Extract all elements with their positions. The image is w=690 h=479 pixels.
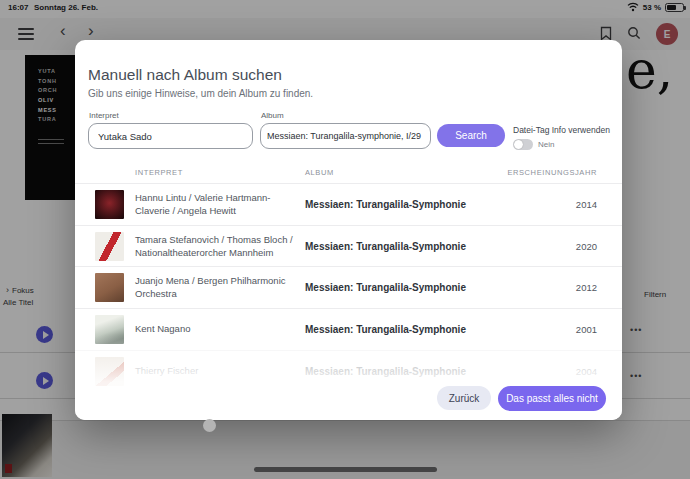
- back-button-modal[interactable]: Zurück: [437, 386, 491, 410]
- album-field-label: Album: [261, 111, 284, 120]
- header-interpret: INTERPRET: [135, 168, 183, 177]
- result-year: 2012: [576, 267, 597, 308]
- album-result-row[interactable]: Kent Nagano Messiaen: Turangalila-Sympho…: [75, 308, 622, 350]
- album-result-row[interactable]: Juanjo Mena / Bergen Philharmonic Orches…: [75, 266, 622, 308]
- result-year: 2014: [576, 184, 597, 225]
- results-table-header: INTERPRET ALBUM ERSCHEINUNGSJAHR: [75, 168, 622, 183]
- header-year: ERSCHEINUNGSJAHR: [507, 168, 597, 177]
- result-album: Messiaen: Turangalila-Symphonie: [305, 184, 505, 225]
- result-interpret: Juanjo Mena / Bergen Philharmonic Orches…: [135, 267, 303, 308]
- pointer-dot: [203, 419, 216, 432]
- result-year: 2001: [576, 309, 597, 350]
- album-art: [95, 232, 124, 261]
- header-album: ALBUM: [305, 168, 334, 177]
- result-year: 2020: [576, 226, 597, 267]
- album-art: [95, 315, 124, 344]
- search-button[interactable]: Search: [437, 124, 505, 147]
- result-interpret: Tamara Stefanovich / Thomas Bloch / Nati…: [135, 226, 303, 267]
- album-art: [95, 357, 124, 386]
- dialog-title: Manuell nach Album suchen: [88, 66, 282, 84]
- file-tag-toggle[interactable]: [513, 139, 533, 150]
- album-search-dialog: Manuell nach Album suchen Gib uns einige…: [75, 40, 622, 420]
- result-album: Messiaen: Turangalila-Symphonie: [305, 309, 505, 350]
- dialog-subtitle: Gib uns einige Hinweise, um dein Album z…: [88, 88, 313, 99]
- screen: 16:07 Sonntag 26. Feb. 53 % ‹ › E Y: [0, 0, 690, 479]
- result-interpret: Hannu Lintu / Valerie Hartmann-Claverie …: [135, 184, 303, 225]
- interpret-field-label: Interpret: [89, 111, 119, 120]
- file-tag-label: Datei-Tag Info verwenden: [513, 125, 622, 135]
- none-match-button[interactable]: Das passt alles nicht: [498, 386, 606, 411]
- result-interpret: Kent Nagano: [135, 309, 303, 350]
- album-input[interactable]: [260, 123, 431, 149]
- result-album: Messiaen: Turangalila-Symphonie: [305, 267, 505, 308]
- result-album: Messiaen: Turangalila-Symphonie: [305, 226, 505, 267]
- album-art: [95, 273, 124, 302]
- album-art: [95, 190, 124, 219]
- result-interpret: Thierry Fischer: [135, 351, 303, 392]
- interpret-input[interactable]: [88, 123, 253, 149]
- album-result-row[interactable]: Hannu Lintu / Valerie Hartmann-Claverie …: [75, 183, 622, 225]
- album-result-row[interactable]: Tamara Stefanovich / Thomas Bloch / Nati…: [75, 225, 622, 267]
- file-tag-state: Nein: [538, 140, 554, 149]
